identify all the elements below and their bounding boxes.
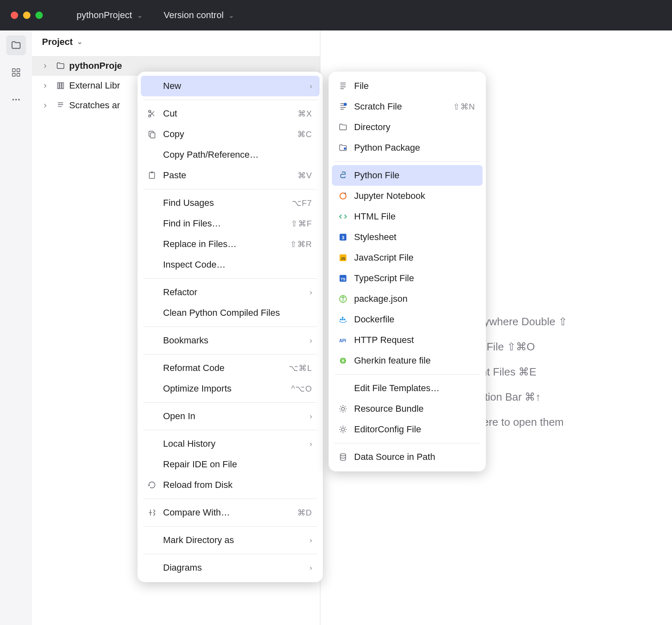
- shortcut-label: ⇧⌘R: [290, 239, 312, 249]
- paste-icon: [147, 171, 156, 180]
- new-item-label: Resource Bundle: [354, 403, 424, 414]
- shortcut-label: ⇧⌘N: [453, 102, 475, 112]
- shortcut-label: ^⌥O: [291, 384, 312, 394]
- context-item-paste[interactable]: Paste⌘V: [141, 165, 320, 186]
- structure-tool-button[interactable]: [6, 63, 26, 82]
- new-separator: [334, 161, 480, 162]
- context-item-new[interactable]: New›: [141, 76, 320, 96]
- context-item-find-in-files[interactable]: Find in Files…⇧⌘F: [141, 213, 320, 234]
- context-item-repair-ide-on-file[interactable]: Repair IDE on File: [141, 454, 320, 475]
- new-separator: [334, 374, 480, 375]
- new-item-typescript-file[interactable]: TSTypeScript File: [332, 268, 483, 289]
- svg-point-21: [345, 193, 346, 194]
- new-item-stylesheet[interactable]: 3Stylesheet: [332, 227, 483, 247]
- new-item-edit-file-templates[interactable]: Edit File Templates…: [332, 378, 483, 399]
- new-item-gherkin-feature-file[interactable]: Gherkin feature file: [332, 350, 483, 371]
- context-item-optimize-imports[interactable]: Optimize Imports^⌥O: [141, 378, 320, 399]
- context-item-replace-in-files[interactable]: Replace in Files…⇧⌘R: [141, 234, 320, 254]
- ts-icon: TS: [338, 274, 348, 283]
- new-item-javascript-file[interactable]: JSJavaScript File: [332, 247, 483, 268]
- jupyter-icon: [338, 191, 348, 201]
- minimize-window-icon[interactable]: [23, 12, 30, 19]
- chevron-down-icon: ⌄: [77, 38, 82, 46]
- new-item-package-json[interactable]: package.json: [332, 289, 483, 309]
- chevron-right-icon: ›: [310, 440, 312, 448]
- context-item-label: Open In: [163, 411, 195, 422]
- context-item-inspect-code[interactable]: Inspect Code…: [141, 254, 320, 275]
- new-item-editorconfig-file[interactable]: EditorConfig File: [332, 419, 483, 440]
- context-item-label: Find Usages: [163, 198, 214, 208]
- docker-icon: [338, 315, 348, 324]
- context-item-reformat-code[interactable]: Reformat Code⌥⌘L: [141, 358, 320, 378]
- svg-rect-2: [12, 73, 15, 76]
- new-item-jupyter-notebook[interactable]: Jupyter Notebook: [332, 186, 483, 206]
- tree-root-label: pythonProje: [69, 61, 122, 71]
- context-item-open-in[interactable]: Open In›: [141, 406, 320, 427]
- project-tool-button[interactable]: [6, 35, 26, 55]
- gear-icon: [338, 425, 348, 434]
- svg-rect-14: [149, 173, 155, 179]
- context-item-label: Diagrams: [163, 562, 202, 573]
- new-item-http-request[interactable]: APIHTTP Request: [332, 330, 483, 350]
- new-item-label: Python File: [354, 170, 399, 181]
- new-item-data-source-in-path[interactable]: Data Source in Path: [332, 447, 483, 467]
- context-item-find-usages[interactable]: Find Usages⌥F7: [141, 193, 320, 213]
- context-item-local-history[interactable]: Local History›: [141, 434, 320, 454]
- context-item-reload-from-disk[interactable]: Reload from Disk: [141, 475, 320, 495]
- context-item-label: Paste: [163, 170, 186, 181]
- paste-icon: [147, 171, 157, 180]
- new-item-label: HTTP Request: [354, 335, 414, 345]
- new-item-resource-bundle[interactable]: Resource Bundle: [332, 399, 483, 419]
- more-tool-button[interactable]: [6, 90, 26, 110]
- new-item-dockerfile[interactable]: Dockerfile: [332, 309, 483, 330]
- context-separator: [143, 354, 317, 354]
- close-window-icon[interactable]: [11, 12, 18, 19]
- new-item-python-file[interactable]: Python File: [332, 165, 483, 186]
- tree-ext-libs-label: External Libr: [69, 80, 120, 91]
- context-item-copy[interactable]: Copy⌘C: [141, 124, 320, 145]
- zoom-window-icon[interactable]: [35, 12, 43, 19]
- context-item-mark-directory-as[interactable]: Mark Directory as›: [141, 530, 320, 550]
- new-item-label: Stylesheet: [354, 232, 397, 243]
- new-item-label: Edit File Templates…: [354, 383, 439, 394]
- context-item-clean-python-compiled-files[interactable]: Clean Python Compiled Files: [141, 303, 320, 323]
- new-item-scratch-file[interactable]: Scratch File⇧⌘N: [332, 96, 483, 117]
- context-item-copy-path-reference[interactable]: Copy Path/Reference…: [141, 145, 320, 165]
- context-item-diagrams[interactable]: Diagrams›: [141, 557, 320, 578]
- chevron-right-icon: ›: [310, 336, 312, 345]
- context-item-refactor[interactable]: Refactor›: [141, 282, 320, 303]
- context-menu: New›Cut⌘XCopy⌘CCopy Path/Reference…Paste…: [138, 72, 323, 582]
- project-pane-header[interactable]: Project ⌄: [32, 30, 320, 54]
- new-item-python-package[interactable]: Python Package: [332, 138, 483, 158]
- scratch-icon: [338, 102, 348, 111]
- tool-window-bar: [0, 30, 32, 625]
- project-selector[interactable]: pythonProject ⌄: [77, 10, 142, 21]
- copy-icon: [147, 130, 157, 139]
- context-item-compare-with[interactable]: Compare With…⌘D: [141, 502, 320, 523]
- http-icon: API: [338, 336, 348, 345]
- svg-point-35: [341, 407, 344, 410]
- html-icon: [338, 212, 348, 221]
- css-icon: 3: [338, 233, 348, 242]
- context-item-cut[interactable]: Cut⌘X: [141, 103, 320, 124]
- new-item-label: Scratch File: [354, 101, 402, 112]
- vcs-selector[interactable]: Version control ⌄: [164, 10, 234, 21]
- dir-icon: [338, 123, 348, 132]
- pkg-icon: [338, 143, 348, 152]
- new-item-file[interactable]: File: [332, 76, 483, 96]
- ts-icon: TS: [338, 274, 348, 283]
- context-item-bookmarks[interactable]: Bookmarks›: [141, 330, 320, 351]
- new-item-label: Jupyter Notebook: [354, 191, 425, 201]
- db-icon: [338, 452, 348, 462]
- svg-rect-13: [150, 133, 155, 138]
- chevron-right-icon: ›: [44, 100, 52, 111]
- new-item-label: HTML File: [354, 211, 396, 222]
- new-item-directory[interactable]: Directory: [332, 117, 483, 138]
- new-item-html-file[interactable]: HTML File: [332, 206, 483, 227]
- svg-rect-31: [344, 319, 345, 320]
- shortcut-label: ⌥F7: [292, 198, 312, 208]
- context-separator: [143, 554, 317, 554]
- svg-text:API: API: [339, 338, 346, 343]
- docker-icon: [338, 315, 348, 324]
- chevron-right-icon: ›: [44, 80, 52, 91]
